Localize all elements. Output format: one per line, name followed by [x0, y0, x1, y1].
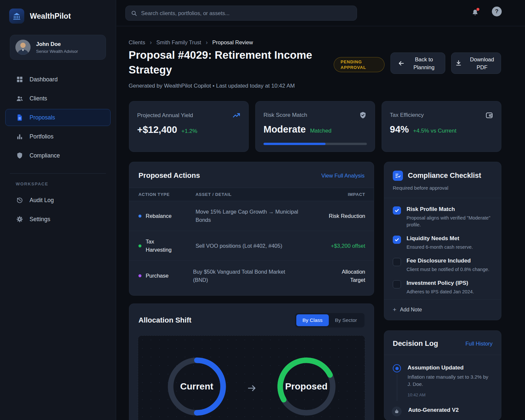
sidebar-item-compliance[interactable]: Compliance	[5, 147, 111, 164]
proposed-allocation-donut: Proposed	[274, 354, 339, 419]
compliance-items: Risk Profile Match Proposal aligns with …	[384, 198, 501, 295]
breadcrumb-proposal-review: Proposal Review	[212, 39, 253, 46]
breadcrumb-smith-family-trust[interactable]: Smith Family Trust	[156, 39, 201, 46]
checklist-desc: Client must be notified of 0.8% change.	[407, 266, 489, 273]
sidebar-item-label: Portfolios	[30, 133, 53, 140]
donut-label-current: Current	[165, 354, 229, 419]
sidebar-item-portfolios[interactable]: Portfolios	[5, 128, 111, 145]
help-button[interactable]: ?	[492, 7, 502, 16]
breadcrumb-separator: ›	[206, 39, 208, 46]
log-entry-title: Auto-Generated V2	[408, 407, 459, 413]
gear-icon	[16, 216, 23, 223]
wealthpilot-logo-icon	[9, 9, 24, 24]
column-action-type: ACTION TYPE	[129, 192, 196, 197]
status-badge: PENDING APPROVAL	[334, 57, 385, 72]
arrow-left-icon	[398, 60, 405, 67]
action-detail: Buy $50k Vanguard Total Bond Market (BND…	[193, 268, 302, 284]
checkbox-investment-policy[interactable]	[393, 280, 401, 288]
download-icon	[455, 60, 462, 67]
bot-icon	[392, 407, 402, 416]
main-content: Clients › Smith Family Trust › Proposal …	[116, 27, 525, 420]
download-pdf-button[interactable]: Download PDF	[451, 52, 501, 74]
search-bar[interactable]	[125, 6, 357, 21]
stat-label: Projected Annual Yield	[137, 112, 193, 119]
checkbox-fee-disclosure[interactable]	[393, 258, 401, 266]
compliance-subtitle: Required before approval	[393, 185, 493, 191]
log-entry-time: 10:42 AM	[408, 392, 493, 397]
risk-progress-track	[263, 143, 367, 145]
decision-log-title: Decision Log	[393, 339, 438, 348]
action-type-dot	[138, 274, 141, 277]
checklist-desc: Ensured 6-month cash reserve.	[407, 244, 473, 251]
stat-label: Tax Efficiency	[390, 112, 424, 118]
stat-value: Moderate	[263, 124, 306, 135]
checklist-item-fee-disclosure: Fee Disclosure Included Client must be n…	[393, 258, 493, 273]
action-type: Purchase	[146, 273, 182, 279]
action-type-dot	[138, 244, 141, 247]
avatar	[15, 40, 31, 55]
action-type-dot	[138, 215, 141, 218]
sidebar-nav: Dashboard Clients Proposals	[0, 71, 116, 164]
checklist-desc: Proposal aligns with verified "Moderate"…	[407, 215, 493, 228]
sidebar-item-label: Audit Log	[30, 197, 54, 204]
shield-icon	[16, 152, 23, 159]
search-input[interactable]	[141, 10, 351, 16]
radio-dot-icon	[393, 364, 401, 372]
sidebar-item-clients[interactable]: Clients	[5, 90, 111, 107]
compliance-checklist-panel: Compliance Checklist Required before app…	[384, 162, 501, 320]
sidebar-item-settings[interactable]: Settings	[5, 211, 111, 228]
view-full-analysis-link[interactable]: View Full Analysis	[321, 173, 365, 179]
full-history-link[interactable]: Full History	[465, 341, 493, 347]
app-title: WealthPilot	[30, 12, 71, 21]
sidebar-item-label: Settings	[30, 216, 50, 223]
log-entry-auto-generated: Auto-Generated V2	[393, 407, 493, 416]
sidebar-item-label: Clients	[30, 95, 47, 102]
action-detail: Sell VOO positions (Lot #402, #405)	[196, 242, 310, 250]
current-allocation-donut: Current	[165, 354, 229, 419]
sidebar-item-dashboard[interactable]: Dashboard	[5, 71, 111, 88]
actions-table-header: ACTION TYPE ASSET / DETAIL IMPACT	[129, 188, 374, 201]
stat-cards: Projected Annual Yield +$12,400 +1.2% Ri…	[129, 101, 501, 152]
checklist-label: Risk Profile Match	[407, 206, 493, 213]
dashboard-icon	[16, 76, 23, 83]
log-entry-title: Assumption Updated	[408, 365, 493, 371]
add-note-button[interactable]: + Add Note	[384, 299, 501, 320]
stat-delta: +1.2%	[181, 128, 198, 135]
sidebar-item-label: Compliance	[30, 152, 60, 159]
sidebar-item-proposals[interactable]: Proposals	[5, 109, 111, 126]
table-row-rebalance[interactable]: Rebalance Move 15% Large Cap Growth → Mu…	[129, 201, 374, 231]
back-to-planning-button[interactable]: Back to Planning	[390, 52, 445, 74]
checklist-icon	[393, 171, 403, 181]
breadcrumb: Clients › Smith Family Trust › Proposal …	[129, 39, 253, 46]
toggle-by-class[interactable]: By Class	[296, 314, 329, 326]
table-row-tax-harvesting[interactable]: Tax Harvesting Sell VOO positions (Lot #…	[129, 231, 374, 261]
toggle-by-sector[interactable]: By Sector	[329, 314, 363, 326]
action-impact: Allocation Target	[302, 268, 374, 284]
notifications-button[interactable]	[469, 7, 481, 19]
sidebar-divider	[10, 173, 106, 174]
stat-card-tax-efficiency: Tax Efficiency 94% +4.5% vs Current	[382, 101, 501, 152]
action-type: Rebalance	[146, 213, 182, 219]
compliance-title: Compliance Checklist	[408, 172, 481, 180]
sidebar-item-label: Proposals	[30, 114, 55, 121]
sidebar-item-audit-log[interactable]: Audit Log	[5, 192, 111, 209]
table-row-purchase[interactable]: Purchase Buy $50k Vanguard Total Bond Ma…	[129, 261, 374, 291]
page-title: Proposal #4029: Retirement Income Strate…	[129, 48, 332, 77]
checkbox-liquidity[interactable]	[393, 236, 401, 244]
action-detail: Move 15% Large Cap Growth → Municipal Bo…	[196, 208, 310, 224]
allocation-view-toggle: By Class By Sector	[295, 313, 365, 327]
column-impact: IMPACT	[310, 192, 374, 197]
checklist-item-liquidity: Liquidity Needs Met Ensured 6-month cash…	[393, 235, 493, 251]
checklist-item-risk-profile: Risk Profile Match Proposal aligns with …	[393, 206, 493, 228]
bar-chart-icon	[16, 133, 23, 140]
stat-label: Risk Score Match	[263, 112, 307, 118]
checkbox-risk-profile[interactable]	[393, 206, 401, 215]
log-entry-desc: Inflation rate manually set to 3.2% by J…	[408, 373, 493, 388]
profile-card[interactable]: John Doe Senior Wealth Advisor	[10, 35, 106, 60]
log-entry-assumption-updated: Assumption Updated Inflation rate manual…	[393, 364, 493, 397]
checklist-item-investment-policy: Investment Policy (IPS) Adheres to IPS d…	[393, 280, 493, 295]
donut-label-proposed: Proposed	[274, 354, 339, 419]
sidebar-item-label: Dashboard	[30, 76, 58, 83]
breadcrumb-clients[interactable]: Clients	[129, 39, 145, 46]
column-asset-detail: ASSET / DETAIL	[196, 192, 310, 197]
